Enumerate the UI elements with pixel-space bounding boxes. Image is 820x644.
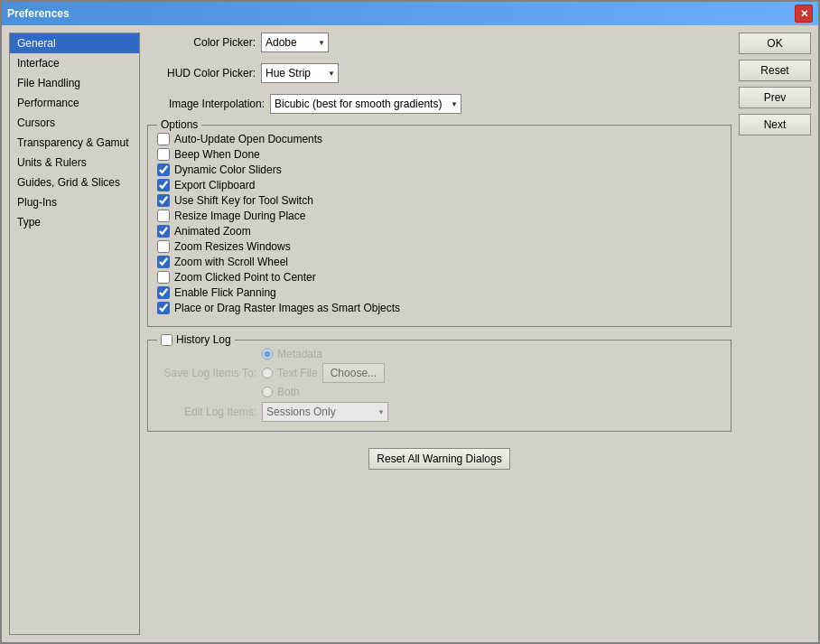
radio-text-file-input[interactable] (262, 368, 273, 378)
checkbox-smart-objects: Place or Drag Raster Images as Smart Obj… (157, 302, 722, 314)
edit-log-select-wrapper: Sessions Only Concise Detailed (262, 402, 388, 422)
checkbox-smart-objects-input[interactable] (157, 302, 170, 314)
color-picker-select[interactable]: Adobe Windows (261, 33, 329, 52)
right-buttons: OK Reset Prev Next (739, 33, 811, 635)
options-group: Options Auto-Update Open Documents Beep … (147, 125, 731, 327)
history-log-enable-checkbox[interactable] (161, 334, 172, 346)
hud-color-picker-select-wrapper: Hue Strip Hue Wheel (261, 63, 339, 83)
history-log-content: Save Log Items To: Metadata Text File Ch… (157, 348, 722, 422)
image-interpolation-label: Image Interpolation: (147, 98, 265, 110)
radio-metadata-input[interactable] (262, 349, 273, 359)
sidebar-item-type[interactable]: Type (10, 212, 139, 232)
checkbox-export-clipboard-label: Export Clipboard (174, 179, 255, 191)
checkbox-zoom-resizes-input[interactable] (157, 240, 170, 253)
checkbox-flick-panning: Enable Flick Panning (157, 286, 722, 299)
hud-color-picker-label: HUD Color Picker: (147, 67, 256, 79)
radio-both-input[interactable] (262, 387, 273, 397)
checkbox-export-clipboard-input[interactable] (157, 179, 170, 191)
image-interpolation-select-wrapper: Bicubic (best for smooth gradients) Near… (270, 94, 461, 114)
image-interpolation-row: Image Interpolation: Bicubic (best for s… (147, 94, 731, 114)
save-log-row: Save Log Items To: Metadata Text File Ch… (157, 348, 722, 398)
hud-color-picker-row: HUD Color Picker: Hue Strip Hue Wheel (147, 63, 731, 83)
checkbox-animated-zoom: Animated Zoom (157, 225, 722, 238)
checkbox-auto-update-input[interactable] (157, 133, 170, 145)
sidebar-item-file-handling[interactable]: File Handling (10, 73, 139, 93)
checkbox-shift-key-label: Use Shift Key for Tool Switch (174, 194, 313, 207)
color-picker-select-wrapper: Adobe Windows (261, 33, 329, 52)
checkbox-flick-panning-label: Enable Flick Panning (174, 286, 276, 299)
next-button[interactable]: Next (739, 114, 811, 135)
checkbox-auto-update: Auto-Update Open Documents (157, 133, 722, 145)
checkbox-resize-place: Resize Image During Place (157, 210, 722, 222)
checkbox-resize-place-input[interactable] (157, 210, 170, 222)
radio-metadata-label: Metadata (277, 348, 322, 360)
reset-warning-area: Reset All Warning Dialogs (147, 448, 731, 470)
radio-text-file-label: Text File (277, 367, 318, 379)
radio-both-label: Both (277, 386, 300, 398)
radio-text-file: Text File Choose... (262, 363, 385, 383)
sidebar-item-transparency[interactable]: Transparency & Gamut (10, 133, 139, 153)
checkbox-animated-zoom-input[interactable] (157, 225, 170, 238)
prev-button[interactable]: Prev (739, 87, 811, 108)
checkbox-zoom-resizes: Zoom Resizes Windows (157, 240, 722, 253)
choose-button[interactable]: Choose... (322, 363, 385, 383)
edit-log-label: Edit Log Items: (157, 406, 256, 418)
radio-both: Both (262, 386, 385, 398)
sidebar-item-plugins[interactable]: Plug-Ins (10, 192, 139, 212)
checkbox-shift-key-input[interactable] (157, 194, 170, 207)
checkbox-resize-place-label: Resize Image During Place (174, 210, 305, 222)
sidebar-item-interface[interactable]: Interface (10, 53, 139, 73)
color-picker-label: Color Picker: (147, 36, 256, 49)
checkbox-smart-objects-label: Place or Drag Raster Images as Smart Obj… (174, 302, 400, 314)
checkbox-dynamic-color: Dynamic Color Sliders (157, 163, 722, 176)
history-log-legend-label: History Log (176, 333, 231, 346)
sidebar-item-general[interactable]: General (10, 33, 139, 53)
checkbox-export-clipboard: Export Clipboard (157, 179, 722, 191)
checkbox-zoom-scroll-input[interactable] (157, 256, 170, 268)
options-legend: Options (157, 118, 201, 131)
hud-color-picker-select[interactable]: Hue Strip Hue Wheel (261, 63, 339, 83)
checkbox-zoom-clicked-label: Zoom Clicked Point to Center (174, 271, 316, 284)
sidebar-item-cursors[interactable]: Cursors (10, 113, 139, 133)
checkbox-beep: Beep When Done (157, 148, 722, 161)
checkbox-zoom-clicked: Zoom Clicked Point to Center (157, 271, 722, 284)
checkbox-dynamic-color-label: Dynamic Color Sliders (174, 163, 282, 176)
save-log-label: Save Log Items To: (157, 367, 256, 379)
image-interpolation-select[interactable]: Bicubic (best for smooth gradients) Near… (270, 94, 461, 114)
history-log-group: History Log Save Log Items To: Metadata (147, 340, 731, 432)
title-bar: Preferences ✕ (2, 2, 818, 25)
history-log-legend: History Log (157, 333, 235, 346)
close-button[interactable]: ✕ (795, 5, 813, 23)
sidebar-item-units[interactable]: Units & Rulers (10, 153, 139, 173)
checkbox-flick-panning-input[interactable] (157, 286, 170, 299)
main-content: Color Picker: Adobe Windows HUD Color Pi… (147, 33, 731, 635)
checkbox-beep-input[interactable] (157, 148, 170, 161)
checkbox-auto-update-label: Auto-Update Open Documents (174, 133, 322, 145)
sidebar: General Interface File Handling Performa… (9, 33, 140, 635)
color-picker-row: Color Picker: Adobe Windows (147, 33, 731, 52)
radio-group-save-log: Metadata Text File Choose... Both (262, 348, 385, 398)
checkbox-shift-key: Use Shift Key for Tool Switch (157, 194, 722, 207)
radio-metadata: Metadata (262, 348, 385, 360)
checkbox-zoom-resizes-label: Zoom Resizes Windows (174, 240, 291, 253)
preferences-window: Preferences ✕ General Interface File Han… (0, 0, 820, 644)
history-legend-checkbox: History Log (161, 333, 231, 346)
window-title: Preferences (7, 7, 70, 20)
reset-button[interactable]: Reset (739, 60, 811, 81)
checkbox-animated-zoom-label: Animated Zoom (174, 225, 251, 238)
checkbox-beep-label: Beep When Done (174, 148, 260, 161)
window-body: General Interface File Handling Performa… (2, 25, 818, 642)
sidebar-item-guides[interactable]: Guides, Grid & Slices (10, 173, 139, 192)
checkbox-dynamic-color-input[interactable] (157, 163, 170, 176)
edit-log-row: Edit Log Items: Sessions Only Concise De… (157, 402, 722, 422)
ok-button[interactable]: OK (739, 33, 811, 54)
checkbox-zoom-clicked-input[interactable] (157, 271, 170, 284)
checkbox-zoom-scroll: Zoom with Scroll Wheel (157, 256, 722, 268)
checkbox-zoom-scroll-label: Zoom with Scroll Wheel (174, 256, 288, 268)
reset-warning-button[interactable]: Reset All Warning Dialogs (368, 448, 509, 470)
sidebar-item-performance[interactable]: Performance (10, 93, 139, 113)
edit-log-select[interactable]: Sessions Only Concise Detailed (262, 402, 388, 422)
